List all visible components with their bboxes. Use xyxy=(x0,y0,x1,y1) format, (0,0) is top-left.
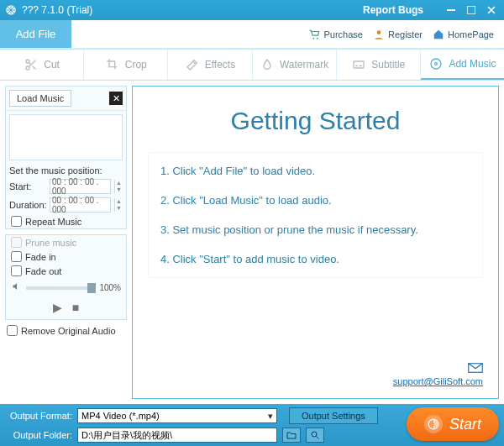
tab-cut-label: Cut xyxy=(44,59,60,71)
quick-links: Purchase Register HomePage xyxy=(306,20,505,48)
music-panel: Load Music ✕ Set the music position: Sta… xyxy=(5,86,127,229)
tab-subtitle-label: Subtitle xyxy=(371,59,405,71)
crop-icon xyxy=(105,57,120,72)
duration-stepper[interactable]: ▲▼ xyxy=(114,198,123,212)
svg-point-3 xyxy=(312,37,314,39)
svg-point-12 xyxy=(312,432,317,437)
fade-out-label: Fade out xyxy=(25,266,61,276)
repeat-music-label: Repeat Music xyxy=(25,217,81,227)
output-folder-label: Output Folder: xyxy=(7,430,72,440)
stop-button[interactable]: ■ xyxy=(72,301,79,314)
duration-time-input[interactable]: 00 : 00 : 00 . 000 xyxy=(50,197,111,213)
svg-rect-1 xyxy=(447,9,455,11)
step-3: 3. Set music position or prune the music… xyxy=(160,223,470,236)
svg-point-9 xyxy=(431,59,441,69)
window-title: ??? 7.1.0 (Trial) xyxy=(22,4,92,16)
purchase-label: Purchase xyxy=(324,29,363,39)
droplet-icon xyxy=(260,57,275,72)
svg-point-4 xyxy=(316,37,318,39)
homepage-link[interactable]: HomePage xyxy=(429,29,497,40)
getting-started-title: Getting Started xyxy=(148,107,483,135)
cart-icon xyxy=(309,29,321,40)
tab-effects[interactable]: Effects xyxy=(168,50,252,80)
fade-in-checkbox[interactable] xyxy=(11,251,22,262)
wand-icon xyxy=(185,57,200,72)
subtitle-icon xyxy=(351,57,366,72)
svg-rect-2 xyxy=(467,6,475,14)
svg-rect-8 xyxy=(354,61,364,68)
side-panel: Load Music ✕ Set the music position: Sta… xyxy=(5,86,127,399)
titlebar: ??? 7.1.0 (Trial) Report Bugs xyxy=(0,0,504,20)
svg-point-10 xyxy=(435,63,438,66)
prune-music-label: Prune music xyxy=(25,238,76,248)
play-button[interactable]: ▶ xyxy=(53,301,62,314)
remove-audio-checkbox[interactable] xyxy=(7,325,18,336)
app-logo-icon xyxy=(5,4,17,16)
tool-tabs: Cut Crop Effects Watermark Subtitle Add … xyxy=(0,49,504,81)
start-label: Start xyxy=(449,416,481,433)
tab-crop[interactable]: Crop xyxy=(84,50,168,80)
repeat-music-checkbox[interactable] xyxy=(11,216,22,227)
close-button[interactable] xyxy=(484,4,499,16)
open-folder-button[interactable] xyxy=(306,428,324,443)
output-folder-input[interactable]: D:\用户目录\我的视频\ xyxy=(77,428,277,443)
duration-label: Duration: xyxy=(9,200,46,210)
start-stepper[interactable]: ▲▼ xyxy=(114,180,123,193)
prune-music-checkbox xyxy=(11,237,22,248)
bottom-bar: Output Format: MP4 Video (*.mp4) ▾ Outpu… xyxy=(0,404,504,446)
audio-panel: Prune music Fade in Fade out 100% ▶ ■ xyxy=(5,234,127,320)
fade-in-label: Fade in xyxy=(25,252,56,262)
start-button[interactable]: Start xyxy=(407,407,499,441)
step-4: 4. Click "Start" to add music to video. xyxy=(160,253,470,265)
tab-watermark[interactable]: Watermark xyxy=(253,50,337,80)
load-music-button[interactable]: Load Music xyxy=(9,90,71,107)
getting-started-steps: 1. Click "Add File" to load video. 2. Cl… xyxy=(148,152,483,278)
step-2: 2. Click "Load Music" to load audio. xyxy=(160,194,470,207)
browse-folder-button[interactable] xyxy=(282,428,301,443)
tab-add-music[interactable]: Add Music xyxy=(421,50,504,80)
svg-point-5 xyxy=(377,30,381,34)
position-label: Set the music position: xyxy=(6,164,126,177)
volume-value: 100% xyxy=(99,283,121,292)
main-area: Load Music ✕ Set the music position: Sta… xyxy=(0,81,504,404)
svg-point-7 xyxy=(26,66,29,70)
tab-add-music-label: Add Music xyxy=(449,58,496,70)
music-list[interactable] xyxy=(9,114,123,160)
chevron-down-icon: ▾ xyxy=(268,411,273,422)
mail-icon xyxy=(468,363,483,375)
output-format-label: Output Format: xyxy=(7,411,72,421)
output-format-select[interactable]: MP4 Video (*.mp4) ▾ xyxy=(77,408,277,423)
svg-point-6 xyxy=(26,60,29,63)
step-1: 1. Click "Add File" to load video. xyxy=(160,165,470,177)
register-label: Register xyxy=(388,29,423,39)
support-link[interactable]: support@GiliSoft.com xyxy=(393,376,483,386)
close-icon[interactable]: ✕ xyxy=(109,92,123,105)
content-panel: Getting Started 1. Click "Add File" to l… xyxy=(132,86,499,399)
scissors-icon xyxy=(24,57,39,72)
tab-cut[interactable]: Cut xyxy=(0,50,84,80)
tab-subtitle[interactable]: Subtitle xyxy=(337,50,421,80)
disc-icon xyxy=(428,56,444,71)
start-icon xyxy=(424,415,443,433)
add-file-button[interactable]: Add File xyxy=(0,20,71,48)
home-icon xyxy=(433,29,444,40)
volume-icon xyxy=(11,281,23,294)
purchase-link[interactable]: Purchase xyxy=(306,29,366,40)
tab-crop-label: Crop xyxy=(125,59,147,71)
maximize-button[interactable] xyxy=(464,4,479,16)
minimize-button[interactable] xyxy=(444,4,459,16)
start-label: Start: xyxy=(9,181,46,192)
tab-watermark-label: Watermark xyxy=(280,59,328,71)
fade-out-checkbox[interactable] xyxy=(11,265,22,276)
register-link[interactable]: Register xyxy=(370,29,426,40)
volume-slider[interactable] xyxy=(26,286,96,290)
start-time-input[interactable]: 00 : 00 : 00 . 000 xyxy=(50,179,111,194)
secondary-bar: Add File Purchase Register HomePage xyxy=(0,20,504,49)
homepage-label: HomePage xyxy=(448,29,494,39)
remove-audio-label: Remove Original Audio xyxy=(21,326,116,336)
user-icon xyxy=(373,29,385,40)
report-bugs-link[interactable]: Report Bugs xyxy=(363,4,423,16)
tab-effects-label: Effects xyxy=(205,59,235,71)
output-settings-button[interactable]: Output Settings xyxy=(289,407,378,424)
